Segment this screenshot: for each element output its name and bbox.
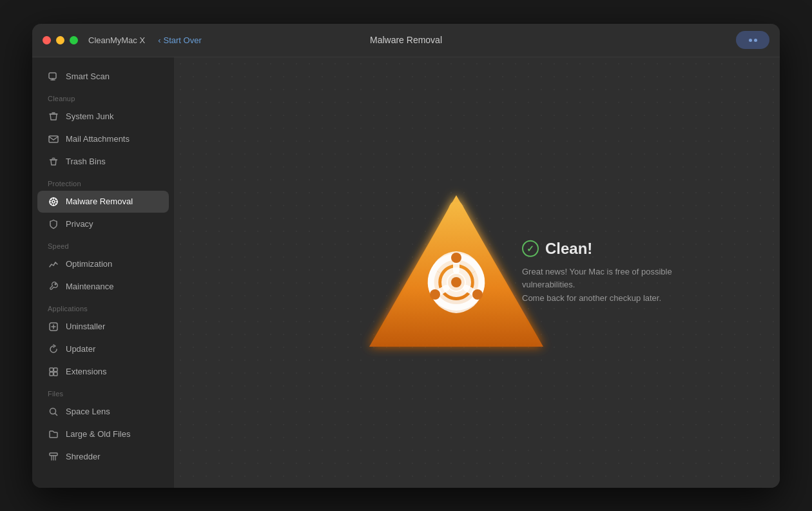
dot2 xyxy=(754,39,757,42)
traffic-lights xyxy=(43,36,78,44)
optimization-icon xyxy=(48,258,59,270)
svg-rect-7 xyxy=(50,372,53,376)
result-description: Great news! Your Mac is free of possible… xyxy=(522,265,702,305)
large-old-files-label: Large & Old Files xyxy=(66,429,130,439)
shredder-icon xyxy=(48,451,59,463)
mail-attachments-label: Mail Attachments xyxy=(66,134,130,144)
sidebar-item-system-junk[interactable]: System Junk xyxy=(37,106,169,128)
svg-point-13 xyxy=(451,277,461,287)
back-navigation[interactable]: ‹ Start Over xyxy=(158,35,202,45)
section-protection: Protection xyxy=(32,173,174,190)
minimize-button[interactable] xyxy=(56,36,64,44)
sidebar-item-privacy[interactable]: Privacy xyxy=(37,213,169,235)
sidebar-item-extensions[interactable]: Extensions xyxy=(37,361,169,383)
sidebar-item-space-lens[interactable]: Space Lens xyxy=(37,401,169,423)
optimization-label: Optimization xyxy=(66,259,112,269)
svg-rect-0 xyxy=(49,73,56,79)
titlebar: CleanMyMac X ‹ Start Over Malware Remova… xyxy=(32,24,780,57)
titlebar-actions xyxy=(736,31,769,49)
sidebar-item-updater[interactable]: Updater xyxy=(37,338,169,360)
sidebar-item-optimization[interactable]: Optimization xyxy=(37,253,169,275)
uninstaller-icon xyxy=(48,321,59,333)
result-title-row: Clean! xyxy=(522,239,702,257)
svg-point-14 xyxy=(451,253,461,263)
content-area: Clean! Great news! Your Mac is free of p… xyxy=(174,57,780,488)
section-speed: Speed xyxy=(32,236,174,253)
section-cleanup: Cleanup xyxy=(32,88,174,105)
updater-icon xyxy=(48,343,59,355)
close-button[interactable] xyxy=(43,36,51,44)
system-junk-label: System Junk xyxy=(66,111,113,121)
sidebar-item-maintenance[interactable]: Maintenance xyxy=(37,276,169,298)
malware-removal-label: Malware Removal xyxy=(66,197,133,206)
svg-rect-1 xyxy=(49,136,58,142)
maintenance-icon xyxy=(48,281,59,293)
smart-scan-icon xyxy=(48,71,59,82)
result-panel: Clean! Great news! Your Mac is free of p… xyxy=(522,239,702,305)
nav-back-label: Start Over xyxy=(163,35,201,45)
updater-label: Updater xyxy=(66,344,95,354)
sidebar-item-trash-bins[interactable]: Trash Bins xyxy=(37,151,169,173)
result-heading: Clean! xyxy=(545,239,592,257)
page-title: Malware Removal xyxy=(370,35,442,45)
app-name: CleanMyMac X xyxy=(88,35,145,45)
privacy-label: Privacy xyxy=(66,219,93,229)
sidebar-item-uninstaller[interactable]: Uninstaller xyxy=(37,316,169,338)
uninstaller-label: Uninstaller xyxy=(66,322,105,331)
sidebar: Smart Scan Cleanup System Junk xyxy=(32,57,174,488)
sidebar-item-malware-removal[interactable]: Malware Removal xyxy=(37,191,169,213)
large-old-files-icon xyxy=(48,429,59,440)
svg-point-3 xyxy=(52,200,55,203)
sidebar-item-shredder[interactable]: Shredder xyxy=(37,446,169,468)
main-content: Smart Scan Cleanup System Junk xyxy=(32,57,780,488)
app-window: CleanMyMac X ‹ Start Over Malware Remova… xyxy=(32,24,780,488)
sidebar-item-smart-scan[interactable]: Smart Scan xyxy=(37,66,169,88)
smart-scan-label: Smart Scan xyxy=(66,72,110,81)
svg-rect-8 xyxy=(54,372,58,376)
space-lens-label: Space Lens xyxy=(66,407,110,416)
system-junk-icon xyxy=(48,111,59,122)
extensions-label: Extensions xyxy=(66,367,107,376)
maximize-button[interactable] xyxy=(70,36,78,44)
svg-rect-6 xyxy=(54,368,58,372)
maintenance-label: Maintenance xyxy=(66,282,113,291)
sidebar-item-mail-attachments[interactable]: Mail Attachments xyxy=(37,128,169,150)
malware-removal-icon xyxy=(48,196,59,207)
privacy-icon xyxy=(48,218,59,230)
section-files: Files xyxy=(32,383,174,400)
shredder-label: Shredder xyxy=(66,452,100,461)
more-options-button[interactable] xyxy=(736,31,769,49)
space-lens-icon xyxy=(48,406,59,418)
mail-attachments-icon xyxy=(48,133,59,145)
dot1 xyxy=(749,39,752,42)
trash-bins-icon xyxy=(48,156,59,168)
section-applications: Applications xyxy=(32,298,174,315)
sidebar-item-large-old-files[interactable]: Large & Old Files xyxy=(37,423,169,445)
svg-rect-5 xyxy=(50,368,53,372)
svg-point-16 xyxy=(430,289,440,300)
svg-point-15 xyxy=(472,289,483,300)
extensions-icon xyxy=(48,366,59,378)
trash-bins-label: Trash Bins xyxy=(66,157,106,166)
check-icon xyxy=(522,240,539,256)
